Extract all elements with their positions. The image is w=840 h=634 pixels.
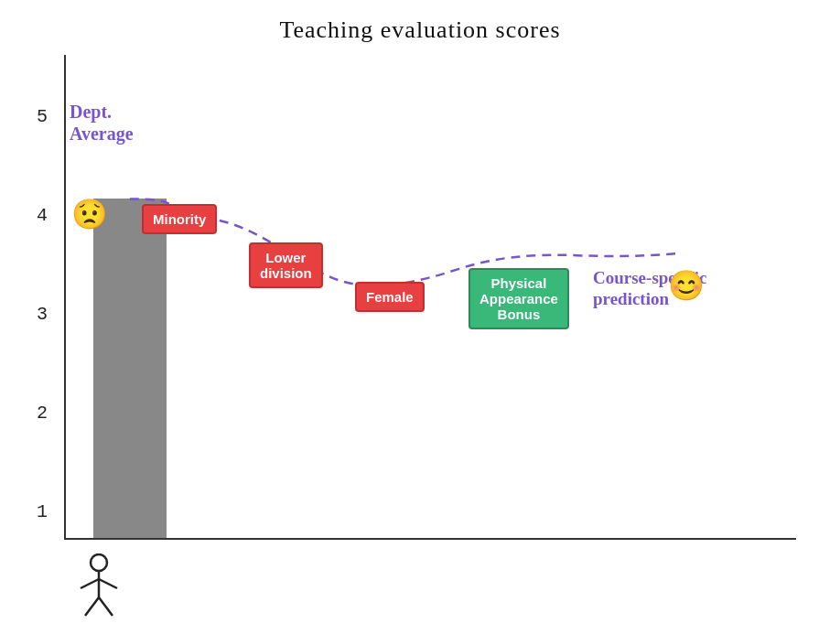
y-label-3: 3 xyxy=(37,304,48,325)
stick-figure xyxy=(71,553,126,627)
minority-box: Minority xyxy=(142,204,217,234)
y-label-4: 4 xyxy=(37,205,48,226)
svg-point-0 xyxy=(91,554,107,571)
svg-line-5 xyxy=(99,597,113,616)
dept-average-label: Dept.Average xyxy=(70,101,134,145)
y-label-2: 2 xyxy=(37,403,48,424)
y-label-1: 1 xyxy=(37,501,48,522)
female-box: Female xyxy=(355,282,425,312)
sad-face-emoji: 😟 xyxy=(71,199,108,229)
chart-title: Teaching evaluation scores xyxy=(0,0,840,44)
svg-line-4 xyxy=(85,597,99,616)
chart-container: Teaching evaluation scores 1 2 3 4 5 Min… xyxy=(0,0,840,634)
lower-division-box: Lowerdivision xyxy=(249,242,323,288)
happy-face-emoji: 😊 xyxy=(668,271,705,300)
bar-instructor xyxy=(93,199,167,538)
svg-line-3 xyxy=(99,579,117,588)
svg-line-2 xyxy=(81,579,99,588)
y-label-5: 5 xyxy=(37,106,48,127)
physical-appearance-box: PhysicalAppearanceBonus xyxy=(468,268,569,329)
